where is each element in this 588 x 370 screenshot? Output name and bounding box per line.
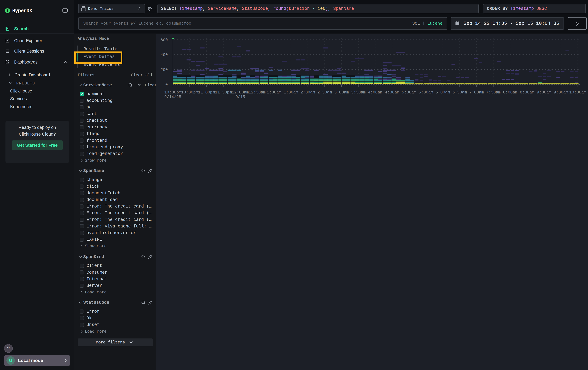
svg-text:200: 200 [160,68,168,72]
svg-text:5:30am: 5:30am [419,90,433,95]
svg-text:6:00am: 6:00am [436,90,450,95]
svg-text:9/15: 9/15 [235,95,245,100]
svg-text:9:30am: 9:30am [554,90,568,95]
svg-text:7:00am: 7:00am [469,90,484,95]
svg-text:3:30am: 3:30am [351,90,366,95]
svg-text:4:30am: 4:30am [385,90,399,95]
svg-text:12:00am: 12:00am [232,90,249,95]
svg-text:2:30am: 2:30am [317,90,332,95]
svg-text:5:00am: 5:00am [402,90,416,95]
svg-text:1:30am: 1:30am [284,90,298,95]
svg-text:10:00pm: 10:00pm [164,90,181,95]
svg-text:600: 600 [160,38,168,42]
svg-text:9/14/25: 9/14/25 [164,95,181,100]
svg-text:400: 400 [160,53,168,57]
svg-text:11:30pm: 11:30pm [215,90,232,95]
svg-text:0: 0 [165,82,168,87]
svg-text:1:00am: 1:00am [267,90,281,95]
svg-text:2:00am: 2:00am [300,90,315,95]
svg-text:8:00am: 8:00am [503,90,517,95]
svg-text:7:30am: 7:30am [486,90,501,95]
svg-text:8:30am: 8:30am [520,90,534,95]
svg-text:10:30pm: 10:30pm [181,90,198,95]
svg-text:9:00am: 9:00am [537,90,551,95]
svg-text:12:30am: 12:30am [249,90,265,95]
svg-text:10:00am: 10:00am [569,90,586,95]
svg-text:4:00am: 4:00am [368,90,383,95]
svg-text:11:00pm: 11:00pm [198,90,215,95]
svg-text:6:30am: 6:30am [452,90,467,95]
svg-text:3:00am: 3:00am [334,90,349,95]
